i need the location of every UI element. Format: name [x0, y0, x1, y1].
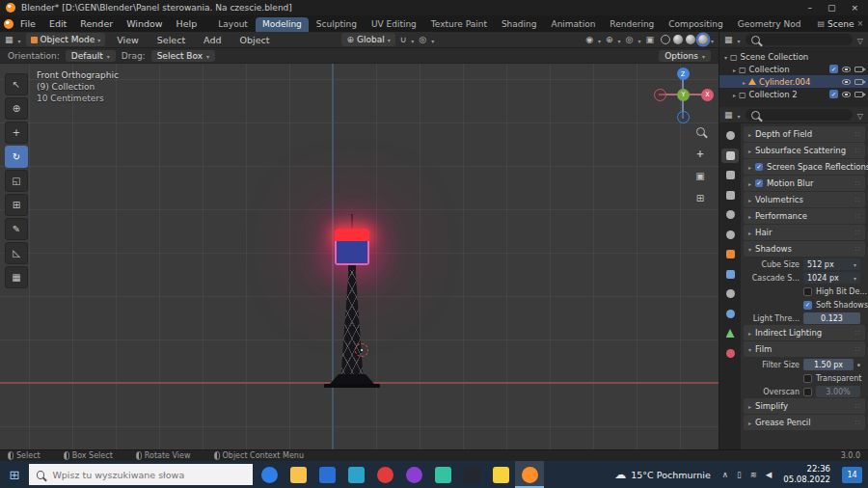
properties-panel-header[interactable]: Motion Blur: [744, 176, 865, 191]
taskbar-app[interactable]: [255, 461, 284, 488]
topbar-menu[interactable]: Help: [170, 18, 204, 29]
scene-selector[interactable]: Scene ×: [817, 19, 863, 29]
render-visibility-icon[interactable]: [854, 67, 863, 72]
visibility-dropdown-icon[interactable]: [598, 35, 601, 45]
pan-view-button[interactable]: [692, 146, 708, 161]
workspace-tab[interactable]: Geometry Nod: [731, 17, 808, 32]
gizmos-dropdown-icon[interactable]: [618, 35, 621, 45]
outliner-row-cylinder[interactable]: Cylinder.004: [719, 75, 868, 88]
network-icon[interactable]: [750, 470, 757, 479]
taskbar-search[interactable]: [29, 464, 253, 485]
disclosure-icon[interactable]: [743, 77, 746, 87]
viewport-menu[interactable]: Select: [150, 35, 192, 45]
hide-eye-icon[interactable]: [842, 79, 851, 85]
properties-tab[interactable]: [721, 346, 739, 361]
tool-button[interactable]: ✎: [5, 218, 28, 240]
snap-dropdown-icon[interactable]: [411, 35, 414, 45]
render-visibility-icon[interactable]: [854, 92, 863, 97]
maximize-button[interactable]: ▢: [827, 3, 836, 13]
properties-editor-icon[interactable]: [724, 110, 733, 120]
taskbar-app[interactable]: [515, 461, 544, 488]
taskbar-app[interactable]: [341, 461, 370, 488]
properties-tab[interactable]: [721, 326, 739, 340]
chevron-down-icon[interactable]: [738, 35, 741, 45]
taskbar-app[interactable]: [457, 461, 486, 488]
transform-orientation-selector[interactable]: Global: [341, 33, 394, 46]
workspace-tab[interactable]: Sculpting: [310, 17, 364, 32]
collection-checkbox[interactable]: [829, 65, 838, 73]
properties-panel-header[interactable]: Hair: [744, 225, 865, 240]
panel-header-film[interactable]: Film: [744, 341, 865, 357]
filter-funnel-icon[interactable]: [857, 110, 863, 121]
workspace-tab[interactable]: Layout: [211, 17, 255, 32]
disclosure-icon[interactable]: [724, 52, 727, 62]
workspace-tab[interactable]: Texture Paint: [424, 17, 494, 32]
panel-enable-checkbox[interactable]: [755, 179, 763, 187]
show-gizmos-icon[interactable]: [606, 35, 613, 44]
navigation-gizmo[interactable]: Z X Y: [654, 68, 714, 123]
outliner-row-collection-2[interactable]: Collection 2: [719, 88, 868, 100]
unlink-scene-icon[interactable]: ×: [856, 19, 863, 28]
properties-tab[interactable]: [721, 307, 739, 321]
taskbar-app[interactable]: [370, 461, 399, 488]
properties-panel-header[interactable]: Volumetrics: [744, 192, 865, 207]
properties-search[interactable]: [746, 109, 853, 121]
topbar-menu[interactable]: Edit: [42, 18, 73, 29]
disclosure-icon[interactable]: [733, 90, 736, 99]
show-overlays-icon[interactable]: [626, 35, 634, 44]
topbar-menu[interactable]: Window: [120, 18, 169, 29]
properties-panel-header[interactable]: Depth of Field: [744, 126, 865, 142]
keyframe-dot-icon[interactable]: [857, 364, 860, 366]
properties-tab[interactable]: [721, 286, 739, 301]
xray-toggle-icon[interactable]: [645, 35, 654, 44]
overscan-checkbox[interactable]: [803, 388, 812, 396]
panel-header-grease-pencil[interactable]: Grease Pencil: [744, 415, 865, 430]
transparent-checkbox[interactable]: [803, 374, 812, 383]
tool-button[interactable]: ▦: [5, 266, 28, 288]
hide-eye-icon[interactable]: [842, 67, 851, 72]
collection-checkbox[interactable]: [829, 90, 838, 98]
outliner-row-scene-collection[interactable]: Scene Collection: [719, 50, 868, 63]
blender-menu-icon[interactable]: [4, 19, 14, 29]
taskbar-app[interactable]: [284, 461, 312, 488]
viewport-menu[interactable]: Object: [233, 35, 277, 45]
soft-shadows-checkbox[interactable]: [803, 301, 812, 310]
properties-tab[interactable]: [721, 128, 739, 143]
outliner-row-collection[interactable]: Collection: [719, 63, 868, 75]
orientation-dropdown[interactable]: Default: [66, 50, 116, 62]
high-bitdepth-checkbox[interactable]: [803, 287, 812, 296]
taskbar-app[interactable]: [486, 461, 515, 488]
volume-icon[interactable]: [766, 470, 773, 479]
panel-header-indirect-lighting[interactable]: Indirect Lighting: [744, 325, 865, 340]
object-visibility-icon[interactable]: [585, 35, 593, 44]
editor-type-icon[interactable]: [5, 35, 14, 44]
properties-panel-header[interactable]: Screen Space Reflections: [744, 159, 865, 175]
toggle-perspective-button[interactable]: [692, 190, 708, 205]
taskbar-app[interactable]: [428, 461, 457, 488]
viewport-menu[interactable]: Add: [197, 35, 228, 45]
panel-header-simplify[interactable]: Simplify: [744, 398, 865, 414]
properties-panel-header[interactable]: Subsurface Scattering: [744, 143, 865, 158]
workspace-tab[interactable]: Modeling: [256, 17, 309, 32]
shading-wireframe-icon[interactable]: [661, 35, 670, 44]
topbar-menu[interactable]: Render: [73, 18, 120, 29]
gizmo-x-ball[interactable]: X: [701, 89, 714, 101]
workspace-tab[interactable]: Shading: [495, 17, 544, 32]
battery-icon[interactable]: [737, 470, 742, 479]
chevron-down-icon[interactable]: [738, 110, 741, 121]
workspace-tab[interactable]: Compositing: [662, 17, 729, 32]
falloff-dropdown-icon[interactable]: [431, 35, 434, 45]
weather-widget[interactable]: 15°C Pochmurnie: [614, 468, 710, 481]
cube-size-dropdown[interactable]: 512 px: [803, 258, 860, 270]
tool-button[interactable]: ⊞: [5, 194, 28, 216]
hidden-icons-chevron[interactable]: [722, 470, 728, 479]
tool-button[interactable]: ↻: [5, 146, 28, 168]
properties-tab[interactable]: [721, 228, 739, 242]
properties-tab[interactable]: [721, 207, 739, 222]
outliner-editor-icon[interactable]: [724, 35, 733, 44]
tool-button[interactable]: ◱: [5, 170, 28, 192]
close-button[interactable]: ×: [851, 3, 858, 13]
gizmo-neg-z-ball[interactable]: [677, 111, 690, 123]
light-threshold-field[interactable]: 0.123: [803, 312, 860, 324]
disclosure-icon[interactable]: [733, 65, 736, 74]
